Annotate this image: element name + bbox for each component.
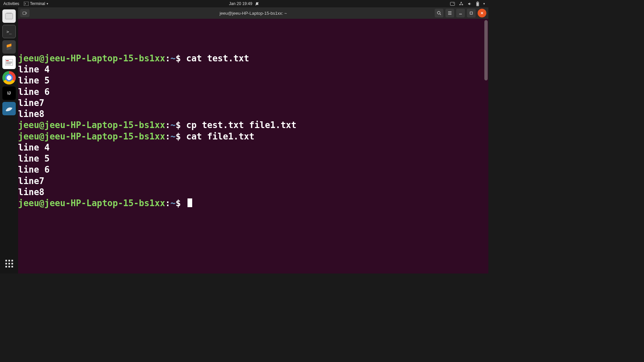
svg-rect-2: [450, 2, 455, 5]
output-line: line8: [18, 109, 488, 120]
svg-rect-8: [477, 1, 478, 2]
terminal-window: jeeu@jeeu-HP-Laptop-15-bs1xx: ~ jeeu@jee…: [18, 7, 488, 274]
terminal-content[interactable]: jeeu@jeeu-HP-Laptop-15-bs1xx:~$ cat test…: [18, 19, 488, 274]
close-button[interactable]: [478, 9, 486, 17]
svg-point-20: [437, 11, 440, 14]
cursor: [187, 198, 192, 207]
dock: IJ: [0, 7, 18, 274]
output-line: line 5: [18, 75, 488, 86]
maximize-button[interactable]: [467, 9, 476, 17]
app-menu[interactable]: Terminal ▾: [24, 1, 48, 6]
show-applications-button[interactable]: [2, 257, 16, 270]
svg-rect-12: [5, 59, 13, 65]
chevron-down-icon: ▾: [483, 2, 485, 5]
svg-line-21: [440, 14, 441, 15]
hamburger-menu-button[interactable]: [445, 9, 454, 17]
prompt-line: jeeu@jeeu-HP-Laptop-15-bs1xx:~$ cat file…: [18, 131, 488, 142]
gnome-top-panel: Activities Terminal ▾ Jan 20 19:49 ▾: [0, 0, 488, 7]
window-titlebar: jeeu@jeeu-HP-Laptop-15-bs1xx: ~: [18, 7, 488, 19]
search-button[interactable]: [435, 9, 443, 17]
prompt-line: jeeu@jeeu-HP-Laptop-15-bs1xx:~$: [18, 198, 488, 209]
minimize-button[interactable]: [456, 9, 465, 17]
app-menu-label: Terminal: [30, 1, 45, 6]
volume-icon: [468, 2, 472, 6]
dock-item-pdf-viewer[interactable]: [2, 56, 16, 69]
prompt-line: jeeu@jeeu-HP-Laptop-15-bs1xx:~$ cp test.…: [18, 120, 488, 131]
dock-item-intellij[interactable]: IJ: [2, 86, 16, 100]
dock-item-sublime[interactable]: [2, 40, 16, 54]
screenshot-icon: [450, 2, 455, 6]
svg-rect-15: [6, 63, 12, 63]
new-tab-button[interactable]: [20, 9, 30, 17]
notification-off-icon: [255, 2, 259, 6]
dock-item-terminal[interactable]: [2, 25, 16, 38]
system-status-area[interactable]: ▾: [450, 1, 488, 6]
terminal-icon: [24, 2, 29, 6]
svg-rect-13: [6, 60, 9, 61]
chevron-down-icon: ▾: [47, 2, 48, 5]
output-line: line7: [18, 98, 488, 109]
output-line: line 4: [18, 142, 488, 153]
datetime-label: Jan 20 19:49: [229, 1, 252, 6]
svg-rect-14: [6, 62, 12, 62]
scrollbar-thumb[interactable]: [484, 20, 488, 80]
svg-rect-16: [6, 64, 11, 64]
output-line: line 4: [18, 64, 488, 75]
output-line: line8: [18, 187, 488, 198]
svg-rect-26: [470, 12, 473, 14]
battery-icon: [476, 1, 479, 6]
output-line: line7: [18, 176, 488, 187]
svg-rect-11: [5, 13, 13, 19]
output-line: line 6: [18, 164, 488, 175]
output-line: line 6: [18, 86, 488, 98]
network-icon: [459, 1, 464, 6]
svg-point-3: [453, 3, 454, 3]
prompt-line: jeeu@jeeu-HP-Laptop-15-bs1xx:~$ cat test…: [18, 53, 488, 64]
svg-rect-0: [24, 2, 29, 6]
window-title: jeeu@jeeu-HP-Laptop-15-bs1xx: ~: [220, 11, 287, 16]
svg-rect-9: [477, 2, 479, 6]
dock-item-chrome[interactable]: [2, 71, 16, 84]
dock-item-files[interactable]: [2, 9, 16, 23]
activities-button[interactable]: Activities: [3, 1, 19, 6]
dock-item-mysql-workbench[interactable]: [2, 102, 16, 115]
output-line: line 5: [18, 153, 488, 164]
clock[interactable]: Jan 20 19:49: [229, 1, 259, 6]
